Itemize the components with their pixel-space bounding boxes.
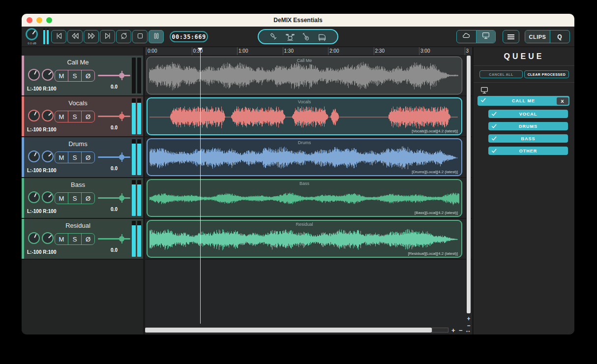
time-display[interactable]: 00:35:669 (170, 31, 208, 42)
drum-kit-icon[interactable] (284, 31, 296, 43)
pan-right-knob[interactable] (42, 191, 54, 203)
timeline-ruler[interactable]: 0:000:301:001:302:002:303:003 (145, 47, 472, 56)
skip-end-button[interactable] (100, 30, 115, 43)
fast-forward-button[interactable] (84, 30, 99, 43)
track-header-residual[interactable]: ResidualMSØL:-100 R:1000.0 (22, 219, 143, 260)
clips-view-button[interactable]: CLIPS (525, 30, 550, 43)
track-lane[interactable]: Drums[Drums][Local][4.2 (latest)] (145, 137, 472, 178)
pan-right-knob[interactable] (42, 232, 54, 244)
queue-item-label: OTHER (519, 149, 537, 153)
track-lane[interactable]: Bass[Bass][Local][4.2 (latest)] (145, 178, 472, 219)
phase-invert-button[interactable]: Ø (81, 193, 94, 204)
volume-slider[interactable] (98, 234, 130, 244)
horizontal-scrollbar-thumb[interactable] (145, 328, 432, 333)
clear-processed-button[interactable]: CLEAR PROCESSED (524, 70, 569, 78)
mute-button[interactable]: M (55, 152, 68, 163)
phase-invert-button[interactable]: Ø (81, 152, 94, 163)
guitar-icon[interactable] (300, 31, 312, 43)
loop-button[interactable] (116, 30, 131, 43)
phase-invert-button[interactable]: Ø (81, 234, 94, 244)
mute-button[interactable]: M (55, 234, 68, 244)
close-window-button[interactable] (27, 17, 32, 23)
pan-left-knob[interactable] (28, 110, 40, 121)
pan-left-knob[interactable] (28, 191, 40, 203)
track-title: Vocals (24, 96, 132, 107)
ruler-tick-label: 2:00 (329, 48, 339, 54)
horizontal-scrollbar[interactable]: + − ↔ (145, 328, 470, 333)
track-meter (132, 96, 143, 136)
pan-right-knob[interactable] (42, 69, 54, 81)
menu-button[interactable] (503, 30, 519, 43)
track-header-bass[interactable]: BassMSØL:-100 R:1000.0 (22, 178, 143, 219)
volume-slider[interactable] (98, 111, 130, 122)
ruler-tick (237, 47, 238, 55)
volume-slider[interactable] (98, 152, 130, 163)
clip-drums[interactable]: Drums[Drums][Local][4.2 (latest)] (147, 138, 462, 176)
queue-item-other[interactable]: OTHER (488, 147, 568, 155)
stop-button[interactable] (132, 30, 148, 43)
queue-item-vocal[interactable]: VOCAL (488, 110, 568, 118)
horizontal-scrollbar-track[interactable] (432, 328, 448, 333)
volume-slider[interactable] (98, 70, 130, 81)
phase-invert-button[interactable]: Ø (81, 111, 94, 122)
phase-invert-button[interactable]: Ø (81, 70, 94, 81)
rewind-button[interactable] (67, 30, 83, 43)
track-lane[interactable]: Call Me (145, 56, 472, 96)
solo-button[interactable]: S (68, 70, 81, 81)
horizontal-zoom-in-button[interactable]: + (451, 327, 455, 334)
solo-button[interactable]: S (68, 152, 81, 163)
zoom-window-button[interactable] (46, 17, 52, 23)
pan-left-knob[interactable] (28, 151, 40, 162)
queue-view-button[interactable]: Q (550, 30, 569, 43)
pan-left-knob[interactable] (28, 232, 40, 244)
toolbar: 0.0 dB 00:35:669 (22, 27, 574, 47)
track-lane[interactable]: Residual[Residual][Local][4.2 (latest)] (145, 219, 472, 260)
pan-range-label: L:-100 R:100 (27, 249, 56, 255)
pause-button[interactable] (149, 30, 164, 43)
track-header-drums[interactable]: DrumsMSØL:-100 R:1000.0 (22, 137, 143, 178)
clip-residual[interactable]: Residual[Residual][Local][4.2 (latest)] (147, 220, 462, 258)
remove-from-queue-button[interactable]: X (557, 97, 568, 105)
solo-button[interactable]: S (68, 234, 81, 244)
vertical-scrollbar-thumb[interactable] (467, 56, 471, 313)
piano-icon[interactable] (316, 31, 328, 43)
volume-slider[interactable] (98, 193, 130, 204)
master-gain-knob[interactable] (26, 28, 38, 40)
horizontal-zoom-out-button[interactable]: − (459, 327, 463, 334)
skip-start-icon (54, 31, 64, 42)
clip-title: Residual (148, 222, 461, 227)
queue-item-bass[interactable]: BASS (488, 134, 568, 143)
minimize-window-button[interactable] (36, 17, 42, 23)
solo-button[interactable]: S (68, 193, 81, 204)
mute-button[interactable]: M (55, 70, 68, 81)
playhead-marker[interactable] (198, 48, 203, 51)
vertical-scrollbar[interactable] (466, 56, 471, 313)
clip-call-me[interactable]: Call Me (147, 57, 462, 94)
track-header-vocals[interactable]: VocalsMSØL:-100 R:1000.0 (22, 96, 143, 137)
cloud-button[interactable] (457, 30, 476, 43)
pan-left-knob[interactable] (28, 69, 40, 81)
monitor-icon (479, 86, 489, 94)
queue-item-drums[interactable]: DRUMS (488, 122, 568, 130)
pan-right-knob[interactable] (42, 110, 54, 121)
clip-vocals[interactable]: Vocals[Vocals][Local][4.2 (latest)] (147, 97, 462, 135)
local-machine-button[interactable] (476, 30, 495, 43)
rewind-icon (70, 31, 80, 42)
skip-start-button[interactable] (51, 30, 66, 43)
clip-bass[interactable]: Bass[Bass][Local][4.2 (latest)] (147, 179, 462, 217)
mute-button[interactable]: M (55, 193, 68, 204)
solo-button[interactable]: S (68, 111, 81, 122)
pan-range-label: L:-100 R:100 (27, 86, 56, 91)
microphone-icon[interactable] (268, 31, 280, 43)
zoom-fit-button[interactable]: ↔ (465, 327, 471, 334)
track-header-call-me[interactable]: Call MeMSØL:-100 R:1000.0 (22, 56, 143, 96)
pan-right-knob[interactable] (42, 151, 54, 162)
pan-range-label: L:-100 R:100 (27, 168, 56, 173)
cancel-all-button[interactable]: CANCEL ALL (479, 70, 523, 78)
track-lane[interactable]: Vocals[Vocals][Local][4.2 (latest)] (145, 96, 472, 137)
volume-value-label: 0.0 (98, 166, 130, 171)
queue-item-call-me[interactable]: CALL MEX (478, 96, 569, 106)
vertical-zoom-in-button[interactable]: + (466, 316, 472, 322)
mute-button[interactable]: M (55, 111, 68, 122)
transport-controls (51, 30, 164, 43)
